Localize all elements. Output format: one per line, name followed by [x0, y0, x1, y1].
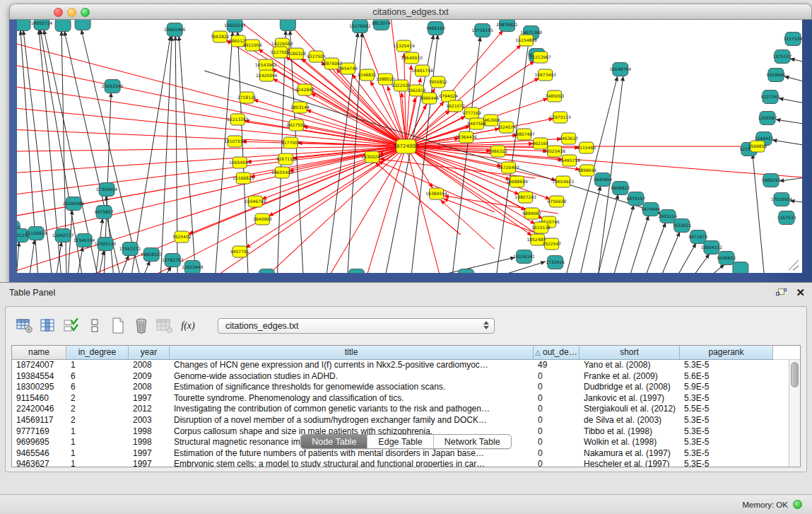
table-cell[interactable]: 0 — [534, 371, 579, 382]
graph-node[interactable]: 7485063 — [545, 90, 564, 102]
minimize-window-icon[interactable] — [67, 8, 76, 17]
graph-node[interactable]: 16961758 — [411, 65, 433, 76]
table-mode-icon[interactable] — [84, 316, 105, 336]
graph-node[interactable]: 1733426 — [546, 256, 565, 269]
table-cell[interactable]: 14569117 — [12, 415, 66, 426]
table-cell[interactable]: 6 — [66, 371, 129, 382]
graph-node[interactable] — [17, 20, 30, 31]
table-cell[interactable]: 0 — [534, 393, 579, 404]
table-cell[interactable]: 5.6E-5 — [680, 371, 773, 382]
graph-node[interactable] — [733, 262, 748, 274]
graph-node[interactable] — [280, 20, 295, 31]
table-cell[interactable]: Hescheler et al. (1997) — [579, 459, 680, 467]
column-header-short[interactable]: short — [579, 346, 680, 360]
graph-node[interactable]: 1599858 — [748, 141, 767, 152]
graph-node[interactable]: 17957272 — [119, 243, 141, 256]
delete-column-icon[interactable] — [131, 316, 152, 336]
graph-node[interactable]: 12975115 — [549, 112, 571, 123]
table-cell[interactable]: Estimation of the future numbers of pati… — [170, 448, 534, 460]
graph-node[interactable]: 18807293 — [514, 192, 536, 203]
graph-node[interactable]: 9115460 — [577, 142, 596, 153]
table-row[interactable]: 2242004622012Investigating the contribut… — [12, 404, 789, 415]
graph-node[interactable]: 6879197 — [626, 192, 645, 206]
tab-node-table[interactable]: Node Table — [301, 435, 367, 448]
table-cell[interactable]: 0 — [534, 404, 579, 415]
graph-node[interactable]: 20876821 — [496, 20, 518, 32]
graph-node[interactable]: 19654923 — [552, 176, 574, 187]
table-cell[interactable]: 1 — [66, 360, 129, 371]
table-cell[interactable]: de Silva et al. (2003) — [579, 415, 680, 426]
graph-node[interactable]: 1640954 — [593, 173, 612, 187]
table-cell[interactable]: Jankovic et al. (1997) — [579, 393, 680, 404]
graph-node[interactable]: 9756928 — [547, 196, 566, 207]
graph-node[interactable]: 20206586 — [63, 197, 85, 211]
graph-node[interactable]: 9267110 — [276, 153, 295, 165]
table-row[interactable]: 946362711997Embryonic stem cells: a mode… — [12, 459, 789, 467]
citation-graph[interactable]: 1405572420053346206914061065324715276002… — [17, 20, 802, 273]
graph-node[interactable]: 9975857 — [95, 206, 114, 219]
graph-node[interactable]: 1989297 — [762, 174, 781, 187]
table-row[interactable]: 946554611997Estimation of the future num… — [12, 448, 789, 460]
table-cell[interactable]: 19384554 — [12, 371, 66, 382]
float-panel-icon[interactable] — [776, 288, 787, 298]
graph-node[interactable]: 9242845 — [295, 84, 314, 95]
column-header-name[interactable]: name — [12, 346, 66, 360]
graph-node[interactable]: 1167533 — [777, 211, 796, 225]
graph-node[interactable]: 18300295 — [361, 151, 383, 163]
column-header-out_de[interactable]: △out_de… — [534, 346, 579, 360]
graph-node[interactable]: 9227343 — [761, 90, 780, 104]
function-builder-icon[interactable]: f(x) — [177, 316, 199, 336]
graph-node[interactable]: 1615132 — [531, 222, 551, 233]
import-table-icon[interactable] — [154, 316, 175, 336]
graph-node[interactable]: 10688609 — [506, 176, 528, 187]
graph-node[interactable]: 1640993 — [253, 214, 272, 225]
table-cell[interactable]: Stergiakouli et al. (2012) — [579, 404, 680, 415]
graph-node[interactable]: 16782753 — [162, 254, 184, 267]
graph-node[interactable]: 16495758 — [558, 155, 580, 166]
graph-node[interactable]: 8427552 — [287, 119, 306, 131]
table-cell[interactable]: 18300295 — [12, 382, 66, 393]
tab-network-table[interactable]: Network Table — [434, 435, 511, 448]
table-row[interactable]: 1456911722003Disruption of a novel membe… — [12, 415, 789, 426]
graph-node[interactable] — [348, 269, 364, 274]
graph-node[interactable]: 9463627 — [559, 133, 578, 144]
table-cell[interactable]: Embryonic stem cells: a model to study s… — [170, 459, 534, 467]
graph-node[interactable]: 15046768 — [245, 196, 266, 207]
table-cell[interactable]: 9463627 — [12, 459, 66, 467]
graph-node[interactable] — [55, 20, 71, 32]
table-cell[interactable]: 2003 — [129, 415, 170, 426]
graph-node[interactable]: 2803144 — [290, 102, 310, 113]
table-cell[interactable]: 5.3E-5 — [680, 360, 773, 371]
graph-node[interactable]: 12923448 — [182, 261, 204, 274]
column-header-pagerank[interactable]: pagerank — [680, 346, 773, 360]
graph-node[interactable]: 20691406 — [164, 23, 186, 37]
table-cell[interactable]: 5.3E-5 — [680, 459, 773, 467]
graph-node[interactable]: 8454749 — [339, 63, 358, 74]
table-cell[interactable]: 9465546 — [12, 448, 66, 460]
graph-node[interactable]: 2718126 — [237, 92, 257, 103]
graph-node[interactable]: 7625402 — [172, 231, 192, 243]
graph-node[interactable]: 10654112 — [701, 241, 723, 255]
memory-status-icon[interactable] — [793, 500, 802, 509]
graph-node[interactable]: 8813074 — [372, 20, 391, 30]
table-cell[interactable]: 2008 — [129, 382, 170, 393]
window-titlebar[interactable]: citations_edges.txt — [9, 4, 812, 20]
table-selector-dropdown[interactable]: citations_edges.txt — [218, 318, 495, 334]
table-cell[interactable]: 5.3E-5 — [680, 448, 773, 460]
graph-node[interactable]: 20053346 — [102, 80, 124, 93]
table-cell[interactable]: 2 — [66, 393, 129, 404]
table-cell[interactable]: 5.3E-5 — [680, 415, 773, 426]
table-cell[interactable]: 1 — [66, 459, 129, 467]
table-cell[interactable]: Dudbridge et al. (2008) — [579, 382, 680, 393]
table-row[interactable]: 1938455462009Genome-wide association stu… — [12, 371, 789, 382]
close-window-icon[interactable] — [54, 8, 63, 17]
graph-node[interactable]: 7632621 — [672, 219, 691, 233]
network-canvas[interactable]: 1405572420053346206914061065324715276002… — [17, 20, 802, 273]
close-panel-icon[interactable]: ✕ — [796, 286, 805, 299]
column-header-title[interactable]: title — [170, 346, 534, 360]
graph-node[interactable]: 16648784 — [609, 63, 631, 76]
graph-node[interactable]: 12042737 — [52, 229, 74, 243]
table-cell[interactable]: 18724007 — [12, 360, 66, 371]
table-cell[interactable]: 5.9E-5 — [680, 382, 773, 393]
table-cell[interactable]: Changes of HCN gene expression and I(f) … — [170, 360, 534, 371]
